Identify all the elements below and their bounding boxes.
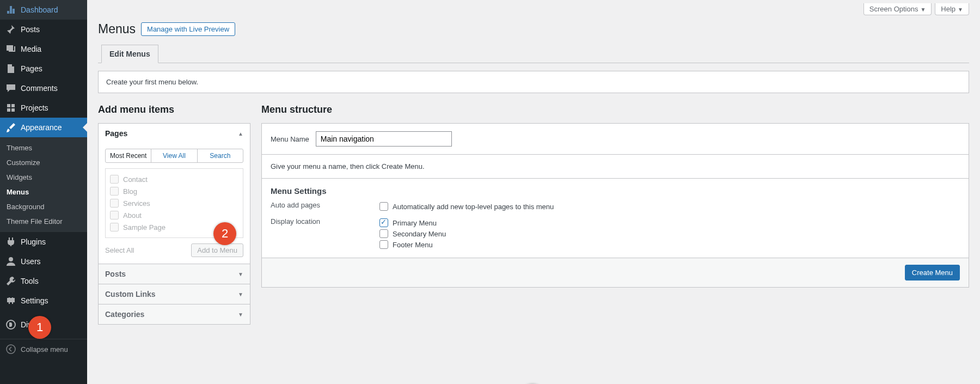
auto-add-checkbox[interactable] — [379, 202, 388, 211]
sidebar-item-projects[interactable]: Projects — [0, 98, 87, 118]
sidebar-label: Settings — [21, 296, 48, 305]
collapse-menu[interactable]: Collapse menu — [0, 339, 87, 359]
svg-point-2 — [7, 345, 15, 353]
page-label: Sample Page — [123, 223, 166, 231]
page-check-item[interactable]: Contact — [110, 173, 238, 185]
add-items-heading: Add menu items — [98, 104, 250, 115]
create-menu-button[interactable]: Create Menu — [905, 265, 960, 281]
page-icon — [5, 63, 16, 74]
chevron-up-icon: ▲ — [238, 131, 243, 137]
location-secondary[interactable]: Secondary Menu — [379, 228, 960, 239]
main-content: Screen Options▼ Help▼ Menus Manage with … — [87, 0, 980, 384]
chevron-down-icon: ▼ — [238, 271, 243, 277]
select-all-link[interactable]: Select All — [105, 246, 134, 254]
sidebar-item-tools[interactable]: Tools — [0, 271, 87, 291]
page-checkbox[interactable] — [110, 199, 119, 208]
sidebar-item-posts[interactable]: Posts — [0, 20, 87, 39]
help-toggle[interactable]: Help▼ — [935, 3, 969, 15]
option-text: Secondary Menu — [393, 230, 446, 238]
divi-icon — [5, 319, 16, 330]
page-label: Services — [123, 199, 150, 208]
page-check-item[interactable]: About — [110, 209, 238, 221]
screen-options-label: Screen Options — [869, 5, 918, 13]
appearance-submenu: Themes Customize Widgets Menus Backgroun… — [0, 137, 87, 232]
sub-themes[interactable]: Themes — [0, 141, 87, 155]
panel-title: Categories — [105, 310, 144, 319]
display-location-label: Display location — [271, 217, 379, 225]
page-check-item[interactable]: Services — [110, 197, 238, 209]
panel-custom-links-toggle[interactable]: Custom Links▼ — [99, 284, 250, 304]
pages-checklist: Contact Blog Services About Sample Page — [105, 168, 243, 238]
user-icon — [5, 256, 16, 267]
chevron-down-icon: ▼ — [920, 7, 926, 13]
sidebar-item-pages[interactable]: Pages — [0, 59, 87, 78]
panel-posts-toggle[interactable]: Posts▼ — [99, 264, 250, 284]
plugin-icon — [5, 236, 16, 247]
menu-name-input[interactable] — [316, 131, 452, 147]
sidebar-label: Posts — [21, 25, 40, 34]
sidebar-item-users[interactable]: Users — [0, 252, 87, 271]
location-checkbox[interactable] — [379, 240, 388, 249]
tab-view-all[interactable]: View All — [151, 149, 197, 162]
page-checkbox[interactable] — [110, 211, 119, 220]
help-label: Help — [941, 5, 955, 13]
screen-options-toggle[interactable]: Screen Options▼ — [863, 3, 932, 15]
sidebar-item-media[interactable]: Media — [0, 39, 87, 59]
sidebar-item-comments[interactable]: Comments — [0, 78, 87, 98]
page-header: Menus Manage with Live Preview — [98, 22, 969, 36]
add-items-panels: Pages▲ Most Recent View All Search Conta… — [98, 123, 250, 325]
notice-info: Create your first menu below. — [98, 71, 969, 93]
location-checkbox[interactable] — [379, 229, 388, 238]
tab-edit-menus[interactable]: Edit Menus — [101, 45, 158, 63]
sidebar-item-appearance[interactable]: Appearance — [0, 118, 87, 137]
collapse-label: Collapse menu — [21, 345, 68, 353]
sidebar-label: Projects — [21, 103, 48, 112]
auto-add-option[interactable]: Automatically add new top-level pages to… — [379, 201, 960, 212]
location-checkbox[interactable] — [379, 218, 388, 227]
comment-icon — [5, 83, 16, 94]
page-checkbox[interactable] — [110, 187, 119, 196]
tool-icon — [5, 276, 16, 287]
page-checkbox[interactable] — [110, 175, 119, 184]
panel-title: Pages — [105, 129, 127, 138]
projects-icon — [5, 102, 16, 113]
live-preview-button[interactable]: Manage with Live Preview — [141, 22, 235, 36]
panel-categories-toggle[interactable]: Categories▼ — [99, 304, 250, 324]
sidebar-label: Divi — [21, 320, 33, 329]
location-footer[interactable]: Footer Menu — [379, 239, 960, 250]
svg-point-0 — [9, 257, 13, 261]
tab-most-recent[interactable]: Most Recent — [106, 149, 151, 162]
page-check-item[interactable]: Sample Page — [110, 221, 238, 233]
sub-customize[interactable]: Customize — [0, 155, 87, 170]
page-check-item[interactable]: Blog — [110, 185, 238, 197]
sidebar-label: Plugins — [21, 237, 46, 246]
gear-icon — [5, 295, 16, 306]
sidebar-item-dashboard[interactable]: Dashboard — [0, 0, 87, 20]
panel-pages-toggle[interactable]: Pages▲ — [99, 124, 250, 143]
location-primary[interactable]: Primary Menu — [379, 217, 960, 228]
sub-widgets[interactable]: Widgets — [0, 170, 87, 185]
media-icon — [5, 44, 16, 54]
sidebar-item-settings[interactable]: Settings — [0, 291, 87, 310]
menu-name-label: Menu Name — [271, 135, 309, 143]
menu-settings-title: Menu Settings — [271, 186, 960, 196]
tab-search[interactable]: Search — [198, 149, 243, 162]
sidebar-item-plugins[interactable]: Plugins — [0, 232, 87, 252]
page-title: Menus — [98, 22, 136, 36]
add-to-menu-button[interactable]: Add to Menu — [191, 243, 243, 257]
chevron-down-icon: ▼ — [238, 291, 243, 297]
option-text: Primary Menu — [393, 219, 437, 227]
admin-sidebar: Dashboard Posts Media Pages Comments Pro… — [0, 0, 87, 384]
page-checkbox[interactable] — [110, 223, 119, 231]
sidebar-item-divi[interactable]: Divi — [0, 315, 87, 334]
page-label: Contact — [123, 175, 148, 184]
auto-add-label: Auto add pages — [271, 201, 379, 209]
sub-theme-editor[interactable]: Theme File Editor — [0, 214, 87, 229]
nav-tab-wrapper: Edit Menus — [98, 44, 969, 63]
sub-background[interactable]: Background — [0, 199, 87, 214]
sidebar-label: Comments — [21, 84, 58, 93]
screen-meta: Screen Options▼ Help▼ — [98, 0, 969, 19]
sub-menus[interactable]: Menus — [0, 185, 87, 199]
brush-icon — [5, 122, 16, 133]
sidebar-label: Pages — [21, 64, 42, 73]
